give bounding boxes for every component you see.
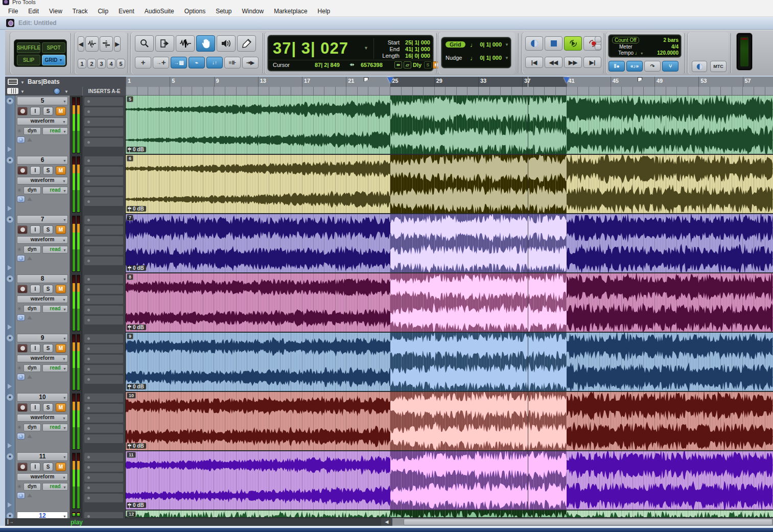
track-expand-icon[interactable]	[8, 443, 12, 448]
clip-volume-label[interactable]: 0 dB	[127, 502, 146, 508]
track-name-dropdown[interactable]: ▼	[63, 159, 66, 163]
mute-button[interactable]: M	[56, 225, 66, 234]
track-collapse-icon[interactable]: ●	[7, 275, 13, 282]
track-name-dropdown[interactable]: ▼	[63, 396, 66, 400]
insert-slot[interactable]	[84, 295, 123, 304]
automation-mode-button[interactable]: read▼	[42, 246, 68, 253]
link-track-edit-button[interactable]: ⌁	[189, 57, 205, 68]
insert-slot[interactable]	[84, 107, 123, 116]
solo-button[interactable]: S	[43, 166, 53, 175]
menu-item-marketplace[interactable]: Marketplace	[269, 7, 312, 16]
menu-item-window[interactable]: Window	[237, 7, 269, 16]
insert-slot[interactable]	[84, 257, 123, 265]
track-lane-8[interactable]: 80 dB	[126, 273, 773, 333]
selection-end-marker[interactable]	[564, 77, 570, 83]
insert-slot[interactable]	[84, 424, 123, 433]
record-enable-button[interactable]	[17, 344, 28, 353]
menu-item-options[interactable]: Options	[179, 7, 210, 16]
track-expand-icon[interactable]	[8, 265, 12, 270]
clip-volume-label[interactable]: 0 dB	[127, 206, 146, 212]
insertion-follows-playback-button[interactable]: ↓↑	[206, 57, 223, 68]
track-view-selector[interactable]: waveform▼	[17, 355, 68, 362]
menu-item-track[interactable]: Track	[67, 7, 93, 16]
track-lane-6[interactable]: 60 dB	[126, 155, 773, 214]
solo-button[interactable]: S	[43, 462, 53, 471]
insert-slot[interactable]	[84, 494, 123, 502]
metronome-button[interactable]: «♪»	[626, 61, 643, 72]
track-clock-button[interactable]	[17, 196, 25, 202]
clip-volume-label[interactable]: 0 dB	[127, 265, 146, 271]
midi-zoom-button[interactable]	[100, 36, 113, 52]
automation-mode-button[interactable]: read▼	[42, 127, 68, 135]
track-name-dropdown[interactable]: ▼	[63, 218, 66, 222]
tempo-value[interactable]: 120.0000	[657, 50, 678, 56]
track-name-dropdown[interactable]: ▼	[63, 337, 66, 340]
track-view-selector[interactable]: waveform▼	[17, 473, 68, 481]
input-monitor-button[interactable]: I	[30, 462, 40, 471]
end-value[interactable]: 41| 1| 000	[394, 46, 430, 52]
insert-slot[interactable]	[84, 275, 123, 284]
input-monitor-button[interactable]: I	[30, 107, 40, 115]
pre-roll-flag[interactable]	[364, 77, 368, 82]
insert-slot[interactable]	[84, 246, 123, 255]
track-collapse-icon[interactable]: ●	[7, 216, 13, 223]
stop-button[interactable]	[545, 36, 563, 51]
zoom-preset-5[interactable]: 5	[116, 59, 125, 68]
midi-merge-button[interactable]: ↷	[644, 61, 661, 72]
insert-slot[interactable]	[84, 434, 123, 443]
menu-item-event[interactable]: Event	[113, 7, 139, 16]
track-name-12[interactable]: 12▼	[17, 512, 68, 518]
menu-item-clip[interactable]: Clip	[92, 7, 113, 16]
solo-button[interactable]: S	[43, 285, 53, 293]
insert-slot[interactable]	[84, 197, 123, 206]
length-value[interactable]: 16| 0| 000	[394, 53, 430, 59]
insert-slot[interactable]	[84, 394, 123, 402]
track-lane-10[interactable]: 100 dB	[126, 392, 773, 451]
grabber-tool-button[interactable]	[196, 35, 215, 52]
edit-selection-overlay[interactable]	[390, 392, 567, 450]
menu-item-help[interactable]: Help	[313, 7, 336, 16]
track-collapse-icon[interactable]: ●	[7, 513, 13, 518]
conductor-button[interactable]: ⑂	[662, 61, 678, 72]
tab-to-transient-button[interactable]: →✛	[153, 57, 169, 68]
countoff-toggle-button[interactable]: ‖●	[608, 61, 625, 72]
zoom-out-button[interactable]: ◀	[78, 36, 84, 52]
track-collapse-icon[interactable]: ●	[7, 157, 13, 164]
track-expand-icon[interactable]	[8, 384, 12, 389]
menu-item-audiosuite[interactable]: AudioSuite	[139, 7, 179, 16]
track-clock-button[interactable]	[17, 255, 25, 262]
input-monitor-button[interactable]: I	[30, 225, 40, 234]
trim-tool-button[interactable]	[155, 35, 174, 52]
timeline-insertion-icon[interactable]: ⇻	[394, 61, 402, 68]
dyn-button[interactable]: dyn	[24, 187, 41, 194]
track-view-selector[interactable]: waveform▼	[17, 295, 68, 303]
insert-slot[interactable]	[84, 156, 123, 165]
grid-value-label[interactable]: Grid	[446, 41, 465, 48]
mute-button[interactable]: M	[56, 403, 66, 412]
track-clock-button[interactable]	[17, 433, 25, 440]
start-value[interactable]: 25| 1| 000	[394, 39, 430, 45]
insert-slot[interactable]	[84, 97, 123, 106]
automation-follows-edit-button[interactable]: ≡⊪	[224, 57, 241, 68]
ruler-menu-icon[interactable]	[8, 79, 18, 85]
mute-button[interactable]: M	[56, 166, 66, 175]
insert-slot[interactable]	[84, 512, 123, 518]
zoomer-tool-button[interactable]	[135, 35, 154, 52]
insert-slot[interactable]	[84, 404, 123, 412]
record-enable-button[interactable]	[17, 225, 28, 234]
selector-tool-button[interactable]	[176, 35, 195, 52]
track-expand-icon[interactable]	[8, 325, 12, 330]
solo-button[interactable]: S	[43, 107, 53, 115]
insert-slot[interactable]	[84, 375, 123, 384]
freeze-icon[interactable]: ✳	[17, 306, 22, 312]
playhead-button[interactable]: ⇥▶	[242, 57, 259, 68]
track-name-11[interactable]: 11▼	[17, 452, 68, 461]
dyn-button[interactable]: dyn	[24, 305, 41, 313]
main-counter-dropdown-icon[interactable]: ▼	[364, 45, 368, 51]
delay-label[interactable]: Dly	[413, 62, 421, 68]
automation-mode-button[interactable]: read▼	[42, 424, 68, 431]
insert-slot[interactable]	[84, 316, 123, 325]
track-name-dropdown[interactable]: ▼	[63, 277, 66, 281]
edit-selection-overlay[interactable]	[390, 333, 567, 391]
track-lane-12[interactable]: 12	[126, 511, 773, 518]
